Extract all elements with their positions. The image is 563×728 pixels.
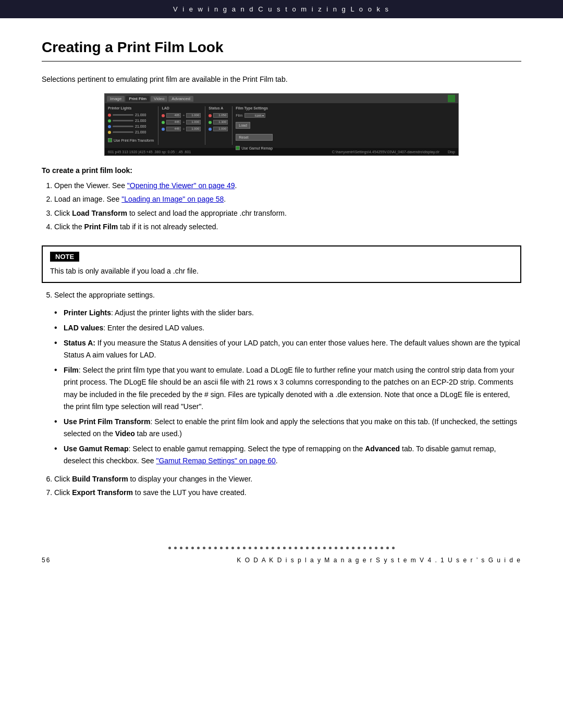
step5-list: Select the appropriate settings. <box>54 289 521 301</box>
dot-34 <box>358 547 360 549</box>
dot-19 <box>272 547 274 549</box>
screenshot-statusbar: 601 p45 313 1920 |415 +45 .380 sp: 0.05 … <box>105 148 458 155</box>
title-divider <box>42 61 521 61</box>
dot-21 <box>283 547 286 549</box>
footer-page-num: 56 <box>42 557 51 564</box>
intro-paragraph: Selections pertinent to emulating print … <box>42 74 521 85</box>
note-box: NOTE This tab is only available if you l… <box>42 245 521 283</box>
gamut-remap-link[interactable]: "Gamut Remap Settings" on page 60 <box>156 456 275 465</box>
header-title: V i e w i n g a n d C u s t o m i z i n … <box>173 5 390 13</box>
ss-tab-image: Image <box>107 96 125 102</box>
steps-list: Open the Viewer. See "Opening the Viewer… <box>54 180 521 233</box>
ss-lad: LAD 405 ÷ 1.000 445 ÷ 1.000 <box>158 106 201 145</box>
dot-12 <box>231 547 234 549</box>
bullet-printer-lights: Printer Lights: Adjust the printer light… <box>54 307 521 319</box>
bullet-lad: LAD values: Enter the desired LAD values… <box>54 322 521 334</box>
dot-5 <box>191 547 194 549</box>
ss-status-left: 601 p45 313 1920 |415 +45 .380 sp: 0.05 … <box>108 150 191 154</box>
dot-25 <box>306 547 309 549</box>
bullet-list: Printer Lights: Adjust the printer light… <box>54 307 521 467</box>
step1-link[interactable]: "Opening the Viewer" on page 49 <box>127 181 235 190</box>
bullet-use-gamut-remap: Use Gamut Remap: Select to enable gamut … <box>54 443 521 467</box>
ss-tab-printfilm: Print Film <box>126 96 150 102</box>
footer-title: K O D A K D i s p l a y M a n a g e r S … <box>237 557 521 564</box>
step2-link[interactable]: "Loading an Image" on page 58 <box>121 195 224 203</box>
bullet-film: Film: Select the print film type that yo… <box>54 364 521 412</box>
step-5: Select the appropriate settings. <box>54 289 521 301</box>
ss-tab-video: Video <box>151 96 167 102</box>
note-text: This tab is only available if you load a… <box>50 266 513 277</box>
step-1: Open the Viewer. See "Opening the Viewer… <box>54 180 521 191</box>
dot-23 <box>295 547 297 549</box>
dot-22 <box>289 547 291 549</box>
dot-35 <box>363 547 366 549</box>
dot-6 <box>197 547 200 549</box>
dot-9 <box>214 547 217 549</box>
dot-8 <box>209 547 211 549</box>
dot-30 <box>335 547 337 549</box>
dot-33 <box>352 547 354 549</box>
screenshot-image: Image Print Film Video Advanced Printer … <box>104 93 459 156</box>
ss-status-a: Status A 1.050 1.300 1.000 <box>205 106 228 145</box>
dot-15 <box>249 547 251 549</box>
screenshot-tabs: Image Print Film Video Advanced <box>105 94 458 103</box>
dot-10 <box>220 547 223 549</box>
page-title: Creating a Print Film Look <box>42 39 521 56</box>
step-2: Load an image. See "Loading an Image" on… <box>54 193 521 205</box>
step-6: Click Build Transform to display your ch… <box>54 473 521 485</box>
ss-status-right: C:\harryxentrl\Settings\4.454255V.03\AI_… <box>332 150 439 154</box>
screenshot-body: Printer Lights 21.000 21.000 21 <box>105 103 458 148</box>
dot-1 <box>168 547 171 549</box>
dot-28 <box>323 547 326 549</box>
dot-27 <box>317 547 320 549</box>
dot-14 <box>243 547 246 549</box>
dot-3 <box>180 547 182 549</box>
ss-film-type: Film Type Settings Film 5385 ▾ Load Rese… <box>232 106 273 145</box>
dot-13 <box>237 547 240 549</box>
ss-tab-advanced: Advanced <box>168 96 193 102</box>
step-7: Click Export Transform to save the LUT y… <box>54 487 521 498</box>
dot-24 <box>300 547 303 549</box>
dot-16 <box>254 547 257 549</box>
dot-29 <box>329 547 332 549</box>
dot-39 <box>386 547 389 549</box>
dot-11 <box>226 547 228 549</box>
dot-32 <box>346 547 349 549</box>
main-content: Creating a Print Film Look Selections pe… <box>0 18 563 536</box>
dot-17 <box>260 547 263 549</box>
dot-18 <box>266 547 268 549</box>
step-3: Click Load Transform to select and load … <box>54 207 521 219</box>
dot-2 <box>174 547 177 549</box>
ss-printer-lights: Printer Lights 21.000 21.000 21 <box>108 106 154 145</box>
dot-37 <box>375 547 377 549</box>
bullet-use-print-film: Use Print Film Transform: Select to enab… <box>54 416 521 440</box>
dot-26 <box>312 547 314 549</box>
header-bar: V i e w i n g a n d C u s t o m i z i n … <box>0 0 563 18</box>
bullet-status-a: Status A: If you measure the Status A de… <box>54 337 521 361</box>
note-header: NOTE <box>50 252 79 262</box>
steps6-7-list: Click Build Transform to display your ch… <box>54 473 521 499</box>
step-4: Click the Print Film tab if it is not al… <box>54 221 521 232</box>
footer: 56 K O D A K D i s p l a y M a n a g e r… <box>0 554 563 574</box>
dot-38 <box>381 547 383 549</box>
dot-20 <box>277 547 280 549</box>
dot-40 <box>392 547 395 549</box>
dot-31 <box>340 547 343 549</box>
dot-7 <box>203 547 205 549</box>
footer-dots <box>0 536 563 554</box>
dot-36 <box>369 547 372 549</box>
steps-heading: To create a print film look: <box>42 166 521 175</box>
dot-4 <box>186 547 188 549</box>
